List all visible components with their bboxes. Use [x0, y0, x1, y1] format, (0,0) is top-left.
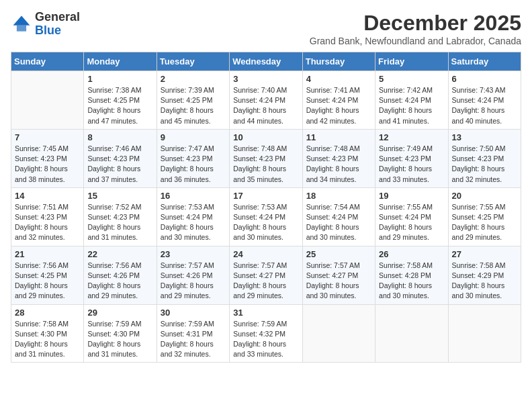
cell-info: Sunrise: 7:42 AMSunset: 4:24 PMDaylight:…: [379, 85, 444, 126]
cell-info: Sunrise: 7:58 AMSunset: 4:29 PMDaylight:…: [452, 261, 517, 302]
day-header-saturday: Saturday: [448, 52, 521, 71]
day-number: 19: [379, 191, 444, 201]
day-number: 6: [452, 74, 517, 84]
calendar-cell: 17Sunrise: 7:53 AMSunset: 4:24 PMDayligh…: [230, 187, 302, 246]
cell-info: Sunrise: 7:51 AMSunset: 4:23 PMDaylight:…: [15, 202, 80, 243]
day-number: 22: [87, 249, 152, 259]
logo-text: General Blue: [35, 11, 80, 38]
day-number: 1: [87, 74, 152, 84]
calendar-cell: [375, 304, 448, 363]
calendar-week-row: 1Sunrise: 7:38 AMSunset: 4:25 PMDaylight…: [11, 71, 521, 130]
day-number: 11: [306, 132, 371, 142]
day-number: 2: [161, 74, 226, 84]
cell-info: Sunrise: 7:59 AMSunset: 4:32 PMDaylight:…: [233, 319, 298, 360]
cell-info: Sunrise: 7:55 AMSunset: 4:25 PMDaylight:…: [452, 202, 517, 243]
cell-info: Sunrise: 7:38 AMSunset: 4:25 PMDaylight:…: [87, 85, 152, 126]
day-number: 17: [233, 191, 298, 201]
cell-info: Sunrise: 7:58 AMSunset: 4:30 PMDaylight:…: [15, 319, 80, 360]
cell-info: Sunrise: 7:48 AMSunset: 4:23 PMDaylight:…: [306, 144, 371, 185]
calendar-cell: 9Sunrise: 7:47 AMSunset: 4:23 PMDaylight…: [157, 129, 229, 187]
calendar-cell: 20Sunrise: 7:55 AMSunset: 4:25 PMDayligh…: [448, 187, 521, 246]
day-number: 8: [87, 132, 152, 142]
calendar-week-row: 21Sunrise: 7:56 AMSunset: 4:25 PMDayligh…: [11, 246, 521, 304]
cell-info: Sunrise: 7:47 AMSunset: 4:23 PMDaylight:…: [161, 144, 226, 185]
day-number: 3: [233, 74, 298, 84]
day-number: 10: [233, 132, 298, 142]
calendar-cell: 10Sunrise: 7:48 AMSunset: 4:23 PMDayligh…: [230, 129, 302, 187]
calendar-cell: 6Sunrise: 7:43 AMSunset: 4:24 PMDaylight…: [448, 71, 521, 130]
cell-info: Sunrise: 7:56 AMSunset: 4:26 PMDaylight:…: [87, 261, 152, 302]
calendar-cell: [302, 304, 375, 363]
calendar-cell: 18Sunrise: 7:54 AMSunset: 4:24 PMDayligh…: [302, 187, 375, 246]
calendar-week-row: 7Sunrise: 7:45 AMSunset: 4:23 PMDaylight…: [11, 129, 521, 187]
cell-info: Sunrise: 7:59 AMSunset: 4:30 PMDaylight:…: [87, 319, 152, 360]
calendar-cell: 24Sunrise: 7:57 AMSunset: 4:27 PMDayligh…: [230, 246, 302, 304]
cell-info: Sunrise: 7:43 AMSunset: 4:24 PMDaylight:…: [452, 85, 517, 126]
calendar-week-row: 14Sunrise: 7:51 AMSunset: 4:23 PMDayligh…: [11, 187, 521, 246]
calendar-cell: 12Sunrise: 7:49 AMSunset: 4:23 PMDayligh…: [375, 129, 448, 187]
cell-info: Sunrise: 7:39 AMSunset: 4:25 PMDaylight:…: [161, 85, 226, 126]
day-header-thursday: Thursday: [302, 52, 375, 71]
cell-info: Sunrise: 7:41 AMSunset: 4:24 PMDaylight:…: [306, 85, 371, 126]
cell-info: Sunrise: 7:58 AMSunset: 4:28 PMDaylight:…: [379, 261, 444, 302]
day-number: 4: [306, 74, 371, 84]
day-number: 21: [15, 249, 80, 259]
logo-blue: Blue: [35, 24, 61, 37]
cell-info: Sunrise: 7:57 AMSunset: 4:27 PMDaylight:…: [233, 261, 298, 302]
cell-info: Sunrise: 7:57 AMSunset: 4:26 PMDaylight:…: [161, 261, 226, 302]
cell-info: Sunrise: 7:59 AMSunset: 4:31 PMDaylight:…: [161, 319, 226, 360]
calendar-cell: 28Sunrise: 7:58 AMSunset: 4:30 PMDayligh…: [11, 304, 84, 363]
calendar-cell: 16Sunrise: 7:53 AMSunset: 4:24 PMDayligh…: [157, 187, 229, 246]
day-number: 30: [161, 308, 226, 318]
svg-marker-0: [13, 15, 30, 25]
day-number: 12: [379, 132, 444, 142]
calendar-cell: 7Sunrise: 7:45 AMSunset: 4:23 PMDaylight…: [11, 129, 84, 187]
cell-info: Sunrise: 7:48 AMSunset: 4:23 PMDaylight:…: [233, 144, 298, 185]
day-number: 14: [15, 191, 80, 201]
calendar-cell: 13Sunrise: 7:50 AMSunset: 4:23 PMDayligh…: [448, 129, 521, 187]
day-number: 7: [15, 132, 80, 142]
day-number: 28: [15, 308, 80, 318]
calendar-cell: 3Sunrise: 7:40 AMSunset: 4:24 PMDaylight…: [230, 71, 302, 130]
page-header: General Blue December 2025 Grand Bank, N…: [11, 11, 521, 46]
calendar-cell: 26Sunrise: 7:58 AMSunset: 4:28 PMDayligh…: [375, 246, 448, 304]
calendar-table: SundayMondayTuesdayWednesdayThursdayFrid…: [11, 52, 521, 363]
day-header-wednesday: Wednesday: [230, 52, 302, 71]
calendar-cell: 22Sunrise: 7:56 AMSunset: 4:26 PMDayligh…: [84, 246, 157, 304]
cell-info: Sunrise: 7:49 AMSunset: 4:23 PMDaylight:…: [379, 144, 444, 185]
logo-general: General: [35, 10, 80, 24]
calendar-cell: 5Sunrise: 7:42 AMSunset: 4:24 PMDaylight…: [375, 71, 448, 130]
day-number: 20: [452, 191, 517, 201]
location-subtitle: Grand Bank, Newfoundland and Labrador, C…: [310, 36, 521, 46]
calendar-cell: 23Sunrise: 7:57 AMSunset: 4:26 PMDayligh…: [157, 246, 229, 304]
calendar-cell: [11, 71, 84, 130]
calendar-cell: 25Sunrise: 7:57 AMSunset: 4:27 PMDayligh…: [302, 246, 375, 304]
day-number: 29: [87, 308, 152, 318]
logo: General Blue: [11, 11, 80, 38]
cell-info: Sunrise: 7:54 AMSunset: 4:24 PMDaylight:…: [306, 202, 371, 243]
day-number: 5: [379, 74, 444, 84]
calendar-cell: 27Sunrise: 7:58 AMSunset: 4:29 PMDayligh…: [448, 246, 521, 304]
cell-info: Sunrise: 7:55 AMSunset: 4:24 PMDaylight:…: [379, 202, 444, 243]
day-number: 27: [452, 249, 517, 259]
cell-info: Sunrise: 7:52 AMSunset: 4:23 PMDaylight:…: [87, 202, 152, 243]
day-header-monday: Monday: [84, 52, 157, 71]
calendar-cell: 1Sunrise: 7:38 AMSunset: 4:25 PMDaylight…: [84, 71, 157, 130]
day-number: 26: [379, 249, 444, 259]
day-header-sunday: Sunday: [11, 52, 84, 71]
calendar-cell: 11Sunrise: 7:48 AMSunset: 4:23 PMDayligh…: [302, 129, 375, 187]
day-number: 16: [161, 191, 226, 201]
calendar-cell: 15Sunrise: 7:52 AMSunset: 4:23 PMDayligh…: [84, 187, 157, 246]
svg-rect-1: [17, 26, 26, 32]
calendar-cell: 4Sunrise: 7:41 AMSunset: 4:24 PMDaylight…: [302, 71, 375, 130]
title-block: December 2025 Grand Bank, Newfoundland a…: [310, 11, 521, 46]
day-header-friday: Friday: [375, 52, 448, 71]
calendar-cell: 30Sunrise: 7:59 AMSunset: 4:31 PMDayligh…: [157, 304, 229, 363]
cell-info: Sunrise: 7:50 AMSunset: 4:23 PMDaylight:…: [452, 144, 517, 185]
day-number: 18: [306, 191, 371, 201]
cell-info: Sunrise: 7:57 AMSunset: 4:27 PMDaylight:…: [306, 261, 371, 302]
cell-info: Sunrise: 7:53 AMSunset: 4:24 PMDaylight:…: [161, 202, 226, 243]
calendar-week-row: 28Sunrise: 7:58 AMSunset: 4:30 PMDayligh…: [11, 304, 521, 363]
cell-info: Sunrise: 7:40 AMSunset: 4:24 PMDaylight:…: [233, 85, 298, 126]
day-number: 15: [87, 191, 152, 201]
